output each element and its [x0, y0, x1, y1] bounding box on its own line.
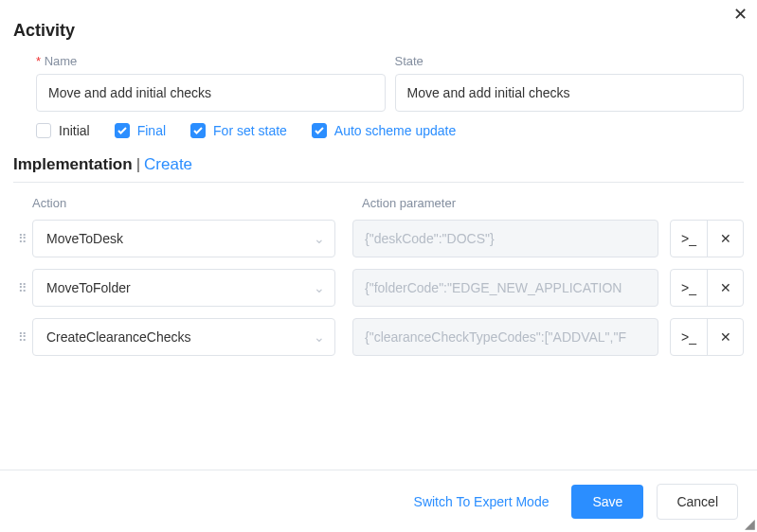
action-select[interactable]: MoveToFolder⌄ — [32, 269, 335, 307]
run-action-icon[interactable]: >_ — [671, 221, 707, 257]
param-value: {"clearanceCheckTypeCodes":["ADDVAL","F — [365, 329, 626, 345]
save-button[interactable]: Save — [571, 485, 643, 519]
initial-label: Initial — [59, 123, 90, 138]
activity-dialog: Activity Name State Initial Final For se… — [0, 0, 757, 356]
create-link[interactable]: Create — [144, 155, 192, 173]
delete-action-icon[interactable]: ✕ — [707, 270, 743, 306]
expert-mode-link[interactable]: Switch To Expert Mode — [414, 494, 550, 509]
auto-scheme-label: Auto scheme update — [334, 123, 456, 138]
name-state-row: Name State — [13, 54, 744, 112]
action-select[interactable]: MoveToDesk⌄ — [32, 220, 335, 257]
initial-checkbox[interactable]: Initial — [36, 123, 90, 138]
implementation-header: Implementation|Create — [13, 155, 744, 183]
action-parameter-input[interactable]: {"folderCode":"EDGE_NEW_APPLICATION — [352, 269, 658, 307]
final-label: Final — [137, 123, 166, 138]
chevron-down-icon: ⌄ — [314, 280, 325, 295]
action-value: MoveToFolder — [46, 280, 131, 295]
for-set-state-label: For set state — [213, 123, 287, 138]
auto-scheme-checkbox[interactable]: Auto scheme update — [312, 123, 456, 138]
dialog-footer: Switch To Expert Mode Save Cancel — [0, 470, 757, 532]
implementation-title: Implementation — [13, 155, 133, 173]
action-parameter-input[interactable]: {"deskCode":"DOCS"} — [352, 220, 658, 257]
action-row: ⠿MoveToFolder⌄{"folderCode":"EDGE_NEW_AP… — [13, 269, 744, 307]
action-select[interactable]: CreateClearanceChecks⌄ — [32, 318, 335, 356]
checkbox-row: Initial Final For set state Auto scheme … — [13, 123, 744, 138]
param-column-header: Action parameter — [354, 196, 744, 210]
chevron-down-icon: ⌄ — [314, 329, 325, 345]
for-set-state-checkbox[interactable]: For set state — [190, 123, 287, 138]
column-headers: Action Action parameter — [13, 196, 744, 210]
name-input[interactable] — [36, 74, 386, 112]
action-value: CreateClearanceChecks — [46, 329, 191, 345]
resize-grip-icon[interactable]: ◢ — [745, 517, 755, 530]
run-action-icon[interactable]: >_ — [671, 270, 707, 306]
run-action-icon[interactable]: >_ — [671, 319, 707, 355]
param-value: {"folderCode":"EDGE_NEW_APPLICATION — [365, 280, 622, 295]
action-row: ⠿CreateClearanceChecks⌄{"clearanceCheckT… — [13, 318, 744, 356]
delete-action-icon[interactable]: ✕ — [707, 319, 743, 355]
action-column-header: Action — [32, 196, 354, 210]
chevron-down-icon: ⌄ — [314, 231, 325, 246]
state-label: State — [395, 54, 745, 68]
action-row: ⠿MoveToDesk⌄{"deskCode":"DOCS"}>_✕ — [13, 220, 744, 257]
state-input[interactable] — [395, 74, 745, 112]
action-parameter-input[interactable]: {"clearanceCheckTypeCodes":["ADDVAL","F — [352, 318, 658, 356]
close-icon[interactable]: ✕ — [733, 6, 748, 23]
name-label: Name — [36, 54, 386, 68]
dialog-title: Activity — [13, 21, 744, 41]
cancel-button[interactable]: Cancel — [657, 484, 738, 520]
drag-handle-icon[interactable]: ⠿ — [13, 232, 32, 246]
drag-handle-icon[interactable]: ⠿ — [13, 281, 32, 295]
action-value: MoveToDesk — [46, 231, 123, 246]
final-checkbox[interactable]: Final — [115, 123, 166, 138]
delete-action-icon[interactable]: ✕ — [707, 221, 743, 257]
drag-handle-icon[interactable]: ⠿ — [13, 330, 32, 345]
param-value: {"deskCode":"DOCS"} — [365, 231, 495, 246]
